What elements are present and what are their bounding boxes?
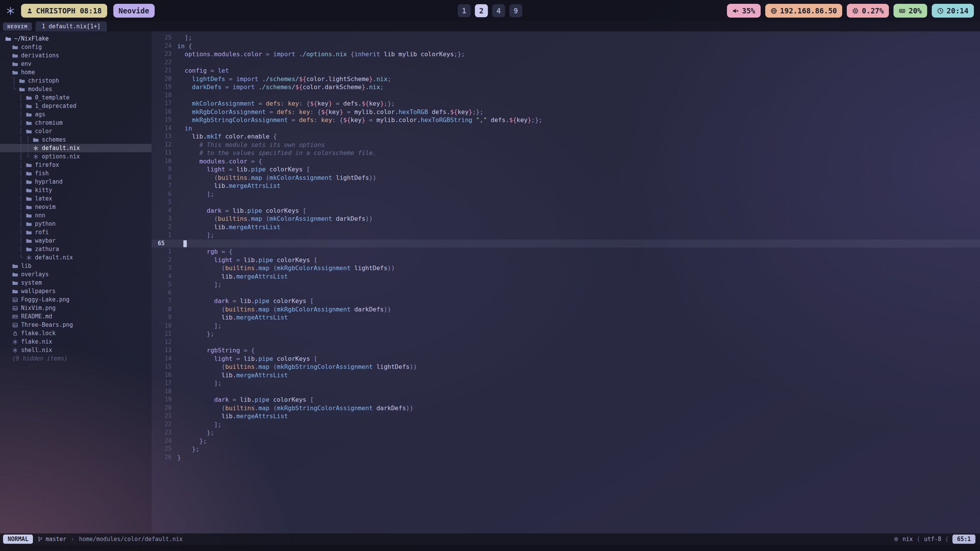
tree-item-derivations[interactable]: derivations [0,51,152,60]
code-line[interactable]: 65 [152,240,980,248]
code-line[interactable]: 2 light = lib.pipe colorKeys [ [152,256,980,264]
tree-item-waybar[interactable]: │ waybar [0,236,152,245]
code-line[interactable]: 21 lib.mergeAttrsList [152,412,980,421]
tree-item-chromium[interactable]: │ chromium [0,119,152,127]
code-line[interactable]: 3 (builtins.map (mkRgbColorAssignment li… [152,264,980,272]
tree-item-0-template[interactable]: │ 0_template [0,93,152,102]
code-line[interactable]: 18 [152,388,980,396]
tree-item-readme-md[interactable]: README.md [0,312,152,321]
tree-item-system[interactable]: system [0,279,152,287]
code-line[interactable]: 8 (builtins.map (mkColorAssignment light… [152,174,980,182]
code-line[interactable]: 19 darkDefs = import ./schemes/${color.d… [152,83,980,91]
code-line[interactable]: 9 light = lib.pipe colorKeys [ [152,165,980,174]
code-line[interactable]: 23 options.modules.color = import ./opti… [152,50,980,59]
code-line[interactable]: 16 mkRgbColorAssignment = defs: key: {${… [152,108,980,116]
editor[interactable]: 25 ];24in {23 options.modules.color = im… [152,31,980,533]
network-badge[interactable]: 192.168.86.50 [765,4,843,18]
code-line[interactable]: 9 lib.mergeAttrsList [152,313,980,322]
tree-item-christoph[interactable]: │ christoph [0,77,152,85]
tree-item-neovim[interactable]: │ neovim [0,203,152,211]
code-line[interactable]: 13 lib.mkIf color.enable { [152,132,980,141]
tree-item-kitty[interactable]: │ kitty [0,186,152,194]
tree-item-home[interactable]: home [0,68,152,77]
tree-item-1-deprecated[interactable]: │ 1_deprecated [0,102,152,110]
code-line[interactable]: 8 (builtins.map (mkRgbColorAssignment da… [152,305,980,314]
code-line[interactable]: 5 [152,198,980,207]
code-line[interactable]: 21 config = let [152,67,980,75]
volume-badge[interactable]: 35% [727,4,760,18]
code-line[interactable]: 2 lib.mergeAttrsList [152,223,980,231]
tree-item-default-nix[interactable]: │ │ default.nix [0,144,152,152]
tree-item-ags[interactable]: │ ags [0,110,152,119]
workspace-9[interactable]: 9 [510,4,523,17]
code-line[interactable]: 23 }; [152,429,980,437]
code-line[interactable]: 6 [152,289,980,297]
code-line[interactable]: 3 (builtins.map (mkColorAssignment darkD… [152,215,980,223]
code-line[interactable]: 17 ]; [152,379,980,388]
code-line[interactable]: 4 lib.mergeAttrsList [152,272,980,281]
code-line[interactable]: 5 ]; [152,280,980,289]
tree-item-default-nix[interactable]: └ default.nix [0,253,152,262]
tree-item-hyprland[interactable]: │ hyprland [0,178,152,186]
clock-badge[interactable]: 20:14 [932,4,974,18]
code-line[interactable]: 1 rgb = { [152,248,980,256]
code-line[interactable]: 10 ]; [152,322,980,330]
tree-item-flake-nix[interactable]: flake.nix [0,337,152,346]
tree-item-lib[interactable]: lib [0,262,152,270]
workspace-2[interactable]: 2 [475,4,488,17]
cpu-badge[interactable]: 0.27% [847,4,889,18]
code-line[interactable]: 15 (builtins.map (mkRgbStringColorAssign… [152,363,980,371]
code-line[interactable]: 12 [152,338,980,347]
tree-item-options-nix[interactable]: │ └ options.nix [0,152,152,161]
code-line[interactable]: 14 light = lib.pipe colorKeys [ [152,355,980,363]
tree-item-overlays[interactable]: overlays [0,270,152,279]
code-line[interactable]: 24in { [152,42,980,51]
code-line[interactable]: 15 mkRgbStringColorAssignment = defs: ke… [152,116,980,124]
tree-item-nixvim-png[interactable]: NixVim.png [0,304,152,312]
code-line[interactable]: 10 modules.color = { [152,157,980,166]
code-line[interactable]: 11 }; [152,330,980,338]
tree-item-rofi[interactable]: │ rofi [0,228,152,236]
tree-item-foggy-lake-png[interactable]: Foggy-Lake.png [0,295,152,304]
tree-item-wallpapers[interactable]: wallpapers [0,287,152,295]
tree-item-env[interactable]: env [0,60,152,68]
tree-item-nixflake[interactable]: ~/NixFlake [0,34,152,43]
workspace-4[interactable]: 4 [492,4,505,17]
memory-badge[interactable]: 20% [893,4,927,18]
code-line[interactable]: 12 # This module sets its own options [152,141,980,149]
tree-item-nnn[interactable]: │ nnn [0,211,152,220]
tree-item-python[interactable]: │ python [0,220,152,228]
code-line[interactable]: 22 ]; [152,421,980,429]
code-line[interactable]: 25 ]; [152,34,980,42]
tab-default-nix[interactable]: 1 default.nix[1+] [36,21,107,31]
code-line[interactable]: 18 [152,91,980,100]
tree-item-shell-nix[interactable]: shell.nix [0,346,152,354]
tree-item-modules[interactable]: └ modules [0,85,152,93]
code-line[interactable]: 7 dark = lib.pipe colorKeys [ [152,297,980,305]
tree-item-latex[interactable]: │ latex [0,194,152,203]
code-line[interactable]: 26} [152,453,980,462]
tree-item-firefox[interactable]: │ firefox [0,161,152,169]
tree-item-flake-lock[interactable]: flake.lock [0,329,152,337]
code-line[interactable]: 11 # to the values specified in a colors… [152,149,980,157]
tree-item-fish[interactable]: │ fish [0,169,152,178]
code-line[interactable]: 13 rgbString = { [152,346,980,355]
code-line[interactable]: 17 mkColorAssignment = defs: key: {${key… [152,99,980,108]
code-line[interactable]: 1 ]; [152,231,980,240]
tree-item-three-bears-png[interactable]: Three-Bears.png [0,321,152,329]
code-line[interactable]: 14 in [152,124,980,133]
tree-item-config[interactable]: config [0,43,152,51]
code-line[interactable]: 6 ]; [152,190,980,199]
workspace-1[interactable]: 1 [458,4,471,17]
code-line[interactable]: 19 dark = lib.pipe colorKeys [ [152,396,980,404]
code-line[interactable]: 22 [152,59,980,67]
code-line[interactable]: 25 }; [152,445,980,453]
code-line[interactable]: 24 }; [152,437,980,445]
code-line[interactable]: 20 (builtins.map (mkRgbStringColorAssign… [152,404,980,412]
code-line[interactable]: 7 lib.mergeAttrsList [152,182,980,190]
code-line[interactable]: 4 dark = lib.pipe colorKeys [ [152,207,980,215]
code-line[interactable]: 16 lib.mergeAttrsList [152,371,980,380]
user-badge[interactable]: CHRISTOPH 08:18 [21,4,107,18]
code-line[interactable]: 20 lightDefs = import ./schemes/${color.… [152,75,980,83]
tree-item-color[interactable]: │ color [0,127,152,135]
